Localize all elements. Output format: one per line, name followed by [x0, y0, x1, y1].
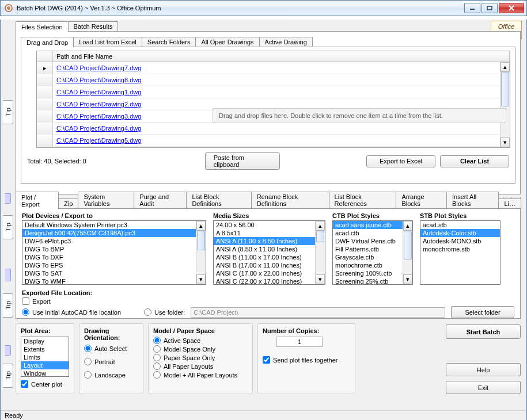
- tab-files-selection[interactable]: Files Selection: [16, 21, 69, 32]
- select-folder-button[interactable]: Select folder: [451, 306, 514, 318]
- tab-batch-results[interactable]: Batch Results: [68, 21, 119, 31]
- list-item[interactable]: ANSI A (8.50 x 11.00 Inches): [214, 245, 325, 253]
- file-row[interactable]: C:\CAD Project\Drawing5.dwg: [37, 135, 510, 147]
- list-item[interactable]: DesignJet 500 42(755CM C3198A).pc3: [22, 229, 206, 237]
- use-initial-radio[interactable]: [22, 308, 29, 316]
- list-item[interactable]: acad.stb: [420, 221, 500, 229]
- exit-button[interactable]: Exit: [446, 381, 521, 394]
- file-link[interactable]: C:\CAD Project\Drawing2.dwg: [53, 101, 145, 108]
- list-item[interactable]: Window: [21, 369, 69, 377]
- list-item[interactable]: acad sans jaune.ctb: [333, 221, 412, 229]
- list-item[interactable]: Screening 25%.ctb: [333, 277, 412, 285]
- list-item[interactable]: Layout: [21, 361, 69, 369]
- help-button[interactable]: Help: [446, 363, 521, 376]
- file-row[interactable]: C:\CAD Project\Drawing1.dwg: [37, 86, 510, 98]
- tab-plot-export[interactable]: Plot / Export: [16, 192, 59, 209]
- list-item[interactable]: DWF6 ePlot.pc3: [22, 237, 206, 245]
- list-item[interactable]: ANSI B (11.00 x 17.00 Inches): [214, 253, 325, 261]
- clear-list-button[interactable]: Clear List: [440, 155, 509, 167]
- list-item[interactable]: ANSI B (17.00 x 11.00 Inches): [214, 261, 325, 269]
- stb-styles-list[interactable]: acad.stbAutodesk-Color.stbAutodesk-MONO.…: [420, 220, 501, 285]
- tab-insert-all-blocks[interactable]: Insert All Blocks: [446, 192, 499, 208]
- list-item[interactable]: DWF Virtual Pens.ctb: [333, 237, 412, 245]
- maximize-button[interactable]: [481, 3, 498, 13]
- tab-purge-audit[interactable]: Purge and Audit: [134, 192, 187, 208]
- tab-list-block-defs[interactable]: List Block Definitions: [186, 192, 251, 208]
- file-grid[interactable]: Path and File Name ▴ ▾ ▸C:\CAD Project\D…: [36, 51, 510, 148]
- grid-header-path[interactable]: Path and File Name: [53, 51, 510, 62]
- minimize-button[interactable]: [464, 3, 480, 13]
- center-plot-checkbox[interactable]: [21, 380, 28, 388]
- tip-tab-4[interactable]: Tip: [3, 364, 13, 388]
- file-row[interactable]: C:\CAD Project\Drawing8.dwg: [37, 74, 510, 86]
- list-item[interactable]: Fill Patterns.ctb: [333, 245, 412, 253]
- file-link[interactable]: C:\CAD Project\Drawing3.dwg: [53, 113, 145, 120]
- list-item[interactable]: ANSI C (22.00 x 17.00 Inches): [214, 277, 325, 285]
- tab-rename-block-defs[interactable]: Rename Block Definitions: [251, 192, 329, 208]
- list-item[interactable]: Autodesk-MONO.stb: [420, 237, 500, 245]
- scroll-thumb[interactable]: [501, 72, 509, 106]
- list-item[interactable]: Limits: [21, 353, 69, 361]
- start-batch-button[interactable]: Start Batch: [446, 324, 521, 339]
- orient-portrait-radio[interactable]: [84, 358, 92, 365]
- list-item[interactable]: DWG To WMF: [22, 277, 206, 285]
- export-excel-button[interactable]: Export to Excel: [366, 155, 435, 167]
- export-checkbox[interactable]: [22, 297, 29, 305]
- file-link[interactable]: C:\CAD Project\Drawing4.dwg: [53, 125, 145, 132]
- list-item[interactable]: acad.ctb: [333, 229, 412, 237]
- subtab-load-excel[interactable]: Load List from Excel: [73, 37, 142, 47]
- grid-scrollbar[interactable]: ▴ ▾: [500, 62, 510, 147]
- file-row[interactable]: ▸C:\CAD Project\Drawing7.dwg: [37, 62, 510, 74]
- space-all-paper-radio[interactable]: [153, 362, 161, 370]
- tip-block-3[interactable]: [5, 345, 11, 356]
- scroll-up-icon[interactable]: ▴: [501, 62, 510, 72]
- list-item[interactable]: ANSI A (11.00 x 8.50 Inches): [214, 237, 325, 245]
- close-button[interactable]: [499, 3, 524, 13]
- list-item[interactable]: Grayscale.ctb: [333, 253, 412, 261]
- list-item[interactable]: monochrome.stb: [420, 245, 500, 253]
- orient-landscape-radio[interactable]: [84, 371, 92, 379]
- list-item[interactable]: Autodesk-Color.stb: [420, 229, 500, 237]
- tab-arrange-blocks[interactable]: Arrange Blocks: [396, 192, 447, 208]
- plot-area-list[interactable]: DisplayExtentsLimitsLayoutWindow: [21, 337, 69, 377]
- list-item[interactable]: 24.00 x 56.00: [214, 221, 325, 229]
- subtab-active-drawing[interactable]: Active Drawing: [259, 37, 313, 47]
- file-link[interactable]: C:\CAD Project\Drawing1.dwg: [53, 89, 145, 96]
- list-item[interactable]: Extents: [21, 345, 69, 353]
- space-model-all-radio[interactable]: [153, 371, 161, 379]
- space-paper-radio[interactable]: [153, 354, 161, 361]
- plot-devices-list[interactable]: Default Windows System Printer.pc3Design…: [22, 220, 206, 285]
- space-active-radio[interactable]: [153, 337, 161, 344]
- subtab-search-folders[interactable]: Search Folders: [142, 37, 196, 47]
- tip-tab-2[interactable]: Tip: [3, 215, 13, 239]
- orient-auto-radio[interactable]: [84, 345, 92, 352]
- send-together-checkbox[interactable]: [263, 356, 270, 364]
- tab-more[interactable]: Li…: [498, 198, 521, 208]
- copies-input[interactable]: [276, 337, 323, 347]
- list-item[interactable]: Display: [21, 337, 69, 345]
- list-item[interactable]: A 8.5x11: [214, 229, 325, 237]
- list-item[interactable]: Screening 100%.ctb: [333, 269, 412, 277]
- list-item[interactable]: Default Windows System Printer.pc3: [22, 221, 206, 229]
- tip-block-1[interactable]: [5, 193, 11, 204]
- list-item[interactable]: DWG To SAT: [22, 269, 206, 277]
- subtab-drag-drop[interactable]: Drag and Drop: [21, 37, 74, 47]
- tip-tab-1[interactable]: Tip: [3, 100, 13, 124]
- ctb-styles-list[interactable]: acad sans jaune.ctbacad.ctbDWF Virtual P…: [332, 220, 413, 285]
- list-item[interactable]: DWG To BMP: [22, 245, 206, 253]
- subtab-all-open[interactable]: All Open Drawings: [195, 37, 259, 47]
- tab-zip[interactable]: Zip: [58, 198, 78, 208]
- file-link[interactable]: C:\CAD Project\Drawing7.dwg: [53, 64, 145, 71]
- use-folder-radio[interactable]: [144, 308, 151, 316]
- file-row[interactable]: C:\CAD Project\Drawing4.dwg: [37, 123, 510, 135]
- tab-list-block-refs[interactable]: List Block References: [329, 192, 397, 208]
- list-item[interactable]: DWG To EPS: [22, 261, 206, 269]
- list-item[interactable]: ANSI C (17.00 x 22.00 Inches): [214, 269, 325, 277]
- tip-tab-3[interactable]: Tip: [3, 293, 13, 318]
- tip-block-2[interactable]: [5, 269, 11, 281]
- list-item[interactable]: DWG To DXF: [22, 253, 206, 261]
- paste-clipboard-button[interactable]: Paste from clipboard: [205, 152, 280, 170]
- folder-path-input[interactable]: [191, 307, 445, 318]
- tab-system-variables[interactable]: System Variables: [78, 192, 134, 208]
- list-item[interactable]: monochrome.ctb: [333, 261, 412, 269]
